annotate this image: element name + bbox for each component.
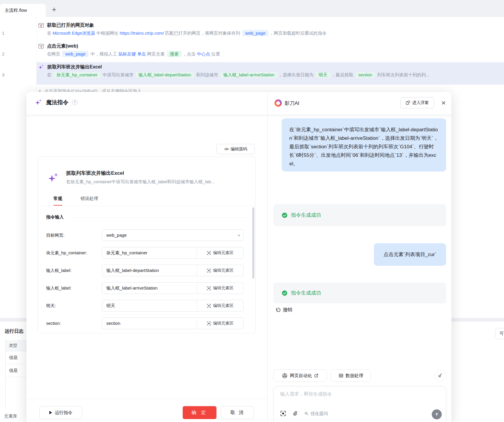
ai-header: 影刀AI 进入浮窗 × — [268, 92, 451, 115]
magic-command-header: 魔法指令 ? — [35, 98, 78, 106]
undo-icon — [275, 307, 280, 313]
flow-step-1[interactable]: 获取已打开的网页对象 在 Microsoft Edge浏览器 中根据网址 htt… — [38, 22, 327, 36]
edit-element-zone-button[interactable]: 编辑元素区 — [197, 300, 243, 311]
step-3-title-row: 抓取列车班次并输出Excel — [38, 64, 504, 70]
field-label-depart-input: 输入框_label: — [46, 265, 71, 276]
element-pill[interactable]: 明天 — [316, 72, 330, 78]
card-subtitle: 在块元素_hp_container中填写出发城市输入框_label和到达城市输入… — [66, 179, 242, 185]
edit-element-zone-button[interactable]: 编辑元素区 — [197, 318, 243, 329]
step-title: 抓取列车班次并输出Excel — [47, 64, 102, 70]
variable-pill[interactable]: web_page — [62, 51, 88, 57]
card-title: 抓取列车班次并输出Excel — [66, 170, 242, 176]
paperclip-icon[interactable] — [293, 411, 298, 416]
element-pill[interactable]: 输入框_label-arriveStation — [220, 72, 277, 78]
code-icon: </> — [224, 147, 229, 151]
clipped-toolbar-button[interactable]: 可 — [495, 328, 504, 339]
new-tab-button[interactable]: + — [49, 5, 59, 14]
step-title: 点击元素(web) — [47, 43, 78, 49]
sparkle-icon — [304, 411, 309, 416]
element-pill[interactable]: section — [355, 72, 375, 78]
tab-label: 主流程.flow — [5, 8, 27, 13]
field-label-section: section: — [46, 317, 61, 329]
mouse-action-link[interactable]: 鼠标左键 单击 — [118, 51, 146, 56]
app-window: 主流程.flow + 1 2 3 获取已打开的网页对象 在 Microsoft … — [0, 0, 504, 422]
magic-sparkle-icon — [47, 171, 60, 185]
section-label: 指令输入 — [46, 214, 64, 220]
ai-title: 影刀AI — [285, 100, 299, 107]
capture-element-icon[interactable] — [280, 411, 286, 416]
tab-main-flow[interactable]: 主流程.flow — [0, 4, 46, 17]
edit-element-zone-button[interactable]: 编辑元素区 — [197, 247, 243, 258]
flow-step-3[interactable]: 抓取列车班次并输出Excel 在 块元素_hp_container 中填写出发城… — [38, 64, 504, 78]
element-frame-icon — [207, 286, 211, 290]
instruction-card: 抓取列车班次并输出Excel 在块元素_hp_container中填写出发城市输… — [38, 157, 256, 333]
optimize-question-button[interactable]: 优化提问 — [304, 411, 328, 416]
data-processing-button[interactable]: 数据处理 — [331, 369, 371, 382]
step-1-title-row: 获取已打开的网页对象 — [38, 22, 327, 28]
magic-sparkle-icon — [35, 98, 43, 106]
line-number-3: 3 — [0, 72, 6, 77]
web-automation-button[interactable]: 网页自动化 — [273, 369, 327, 382]
url-link[interactable]: https://trains.ctrip.com/ — [120, 31, 164, 36]
flow-step-2[interactable]: 点击元素(web) 在网页 web_page 中，模拟人工 鼠标左键 单击 网页… — [38, 43, 220, 57]
line-number-1: 1 — [0, 31, 6, 36]
clear-chat-button[interactable] — [434, 369, 446, 382]
footer-divider — [26, 399, 267, 399]
element-library-label[interactable]: 元素库 — [4, 413, 17, 419]
target-page-select[interactable]: web_page — [102, 229, 243, 241]
edit-source-button[interactable]: </> 编辑源码 — [216, 144, 255, 154]
close-icon[interactable]: × — [439, 98, 448, 108]
edit-element-zone-button[interactable]: 编辑元素区 — [197, 265, 243, 276]
tab-general[interactable]: 常规 — [53, 196, 62, 206]
element-pill[interactable]: 块元素_hp_container — [53, 72, 100, 78]
tomorrow-input[interactable]: 明天 编辑元素区 — [102, 300, 243, 312]
magic-command-pane: 魔法指令 ? </> 编辑源码 抓取列车班次并输出Excel 在块元素_hp_c… — [26, 92, 267, 422]
enter-float-window-button[interactable]: 进入浮窗 — [400, 97, 434, 108]
edit-element-zone-button[interactable]: 编辑元素区 — [197, 283, 243, 294]
ai-assistant-pane: 影刀AI 进入浮窗 × 在`块元素_hp_container`中填写出发城市`输… — [267, 92, 451, 422]
send-button[interactable] — [432, 409, 442, 419]
card-scrollbar[interactable] — [252, 207, 254, 279]
undo-button[interactable]: 撤销 — [275, 307, 292, 313]
arrive-station-input[interactable]: 输入框_label-arriveStation 编辑元素区 — [102, 282, 243, 294]
cancel-button[interactable]: 取 消 — [221, 406, 254, 419]
section-input[interactable]: section 编辑元素区 — [102, 317, 243, 329]
status-success-1: 指令生成成功 — [273, 204, 446, 226]
depart-station-input[interactable]: 输入框_label-departStation 编辑元素区 — [102, 265, 243, 276]
check-circle-icon — [282, 212, 288, 218]
element-frame-icon — [207, 304, 211, 308]
browser-link[interactable]: Microsoft Edge浏览器 — [53, 31, 95, 36]
broom-icon — [438, 373, 443, 378]
card-tabs: 常规 错误处理 — [53, 196, 98, 206]
run-log-title: 运行日志 — [5, 328, 23, 334]
yingdao-ai-logo — [274, 99, 282, 107]
field-label-target-page: 目标网页: — [46, 229, 64, 241]
confirm-button[interactable]: 确 定 — [183, 406, 216, 419]
chrome-icon — [282, 373, 288, 379]
element-frame-icon — [207, 251, 211, 255]
magic-sparkle-icon — [38, 64, 44, 70]
element-pill[interactable]: 输入框_label-departStation — [136, 72, 194, 78]
tab-error-handling[interactable]: 错误处理 — [80, 196, 98, 206]
variable-pill[interactable]: web_page — [242, 30, 268, 36]
run-instruction-button[interactable]: 运行指令 — [39, 406, 82, 419]
step-3-desc: 在 块元素_hp_container 中填写出发城市 输入框_label-dep… — [47, 72, 504, 78]
ai-prompt-input[interactable] — [280, 391, 440, 406]
card-title-block: 抓取列车班次并输出Excel 在块元素_hp_container中填写出发城市输… — [66, 170, 242, 185]
gutter-divider — [36, 17, 37, 92]
step-2-title-row: 点击元素(web) — [38, 43, 220, 49]
status-success-2: 指令生成成功 — [273, 283, 446, 303]
modal-title: 魔法指令 — [46, 99, 68, 106]
ai-input-box: 优化提问 — [273, 386, 446, 422]
help-icon[interactable]: ? — [72, 100, 78, 105]
element-pill[interactable]: 搜索 — [167, 51, 182, 57]
external-link-icon — [314, 374, 318, 378]
tab-bar: 主流程.flow + — [0, 0, 504, 17]
block-element-input[interactable]: 块元素_hp_container 编辑元素区 — [102, 247, 243, 259]
position-link[interactable]: 中心点 — [197, 51, 210, 56]
click-element-icon — [38, 43, 44, 49]
table-icon — [339, 373, 343, 378]
magic-command-modal: 魔法指令 ? </> 编辑源码 抓取列车班次并输出Excel 在块元素_hp_c… — [26, 92, 451, 422]
user-message-bubble: 在`块元素_hp_container`中填写出发城市`输入框_label-dep… — [282, 118, 446, 172]
chevron-down-icon — [234, 230, 243, 241]
